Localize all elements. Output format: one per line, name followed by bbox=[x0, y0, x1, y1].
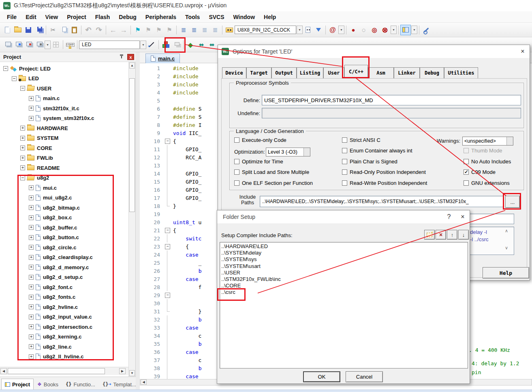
tree-item-u8g2-kerning-c[interactable]: +u8g2_kerning.c bbox=[0, 332, 128, 342]
thumb-mode-checkbox[interactable]: Thumb Mode bbox=[464, 148, 502, 154]
tree-hscroll-thumb[interactable] bbox=[8, 368, 105, 374]
cut-button[interactable]: ✂ bbox=[48, 25, 58, 35]
kill-breakpoints-button[interactable]: ⊗ bbox=[380, 25, 390, 35]
tree-expand-icon[interactable]: + bbox=[29, 235, 34, 240]
optimize-for-time-checkbox[interactable]: Optimize for Time bbox=[234, 158, 283, 165]
c99-mode-checkbox[interactable]: C99 Mode bbox=[464, 169, 496, 176]
tab-c-c[interactable]: C/C++ bbox=[344, 65, 368, 78]
scroll-left-button[interactable]: ◀ bbox=[0, 368, 7, 374]
gnu-extensions-checkbox[interactable]: GNU extensions bbox=[464, 180, 510, 186]
tree-expand-icon[interactable]: + bbox=[29, 116, 34, 121]
target-combo[interactable]: LED bbox=[79, 41, 140, 49]
optimization-select[interactable]: Level 3 (-O3) bbox=[266, 148, 310, 156]
tree-item-user[interactable]: −USER bbox=[0, 84, 128, 94]
tree-item-u8g2-cleardisplay-c[interactable]: +u8g2_cleardisplay.c bbox=[0, 253, 128, 263]
batch-build-dropdown[interactable] bbox=[45, 41, 51, 49]
tree-expand-icon[interactable]: + bbox=[29, 205, 34, 210]
enable-breakpoint-button[interactable]: ○ bbox=[359, 25, 369, 35]
checkbox-icon[interactable] bbox=[464, 180, 469, 186]
tree-item-mui-c[interactable]: +mui.c bbox=[0, 183, 128, 193]
nav-forward-button[interactable]: → bbox=[118, 25, 129, 35]
tree-expand-icon[interactable]: + bbox=[29, 245, 34, 250]
workspace-tab-functio[interactable]: {}Functio... bbox=[62, 379, 99, 390]
execute-only-code-checkbox[interactable]: Execute-only Code bbox=[234, 137, 286, 143]
tree-expand-icon[interactable]: − bbox=[12, 76, 17, 81]
tree-item-project-led[interactable]: −Project: LED bbox=[0, 64, 128, 74]
find-in-files-doc-button[interactable] bbox=[303, 25, 313, 35]
tree-item-u8g2-buffer-c[interactable]: +u8g2_buffer.c bbox=[0, 223, 128, 233]
cancel-button[interactable]: Cancel bbox=[346, 371, 383, 382]
checkbox-icon[interactable] bbox=[342, 159, 347, 164]
scroll-up-icon[interactable]: ∧ bbox=[505, 228, 508, 233]
fold-collapse-icon[interactable] bbox=[164, 226, 171, 234]
scroll-down-icon[interactable]: ∨ bbox=[505, 245, 508, 251]
warnings-select[interactable]: <unspecified> bbox=[462, 137, 513, 146]
undefine-input[interactable] bbox=[262, 108, 521, 118]
nav-back-button[interactable]: ← bbox=[108, 25, 118, 35]
bookmark-next-button[interactable]: ⚑ bbox=[154, 25, 164, 35]
tree-expand-icon[interactable]: + bbox=[29, 215, 34, 220]
checkbox-icon[interactable] bbox=[234, 169, 239, 175]
tree-expand-icon[interactable]: + bbox=[20, 156, 25, 161]
path-item-core[interactable]: ..\CORE bbox=[221, 283, 468, 289]
insert-breakpoint-button[interactable]: ● bbox=[348, 25, 359, 35]
tree-item-u8g2-input-value-c[interactable]: +u8g2_input_value.c bbox=[0, 312, 128, 322]
panel-splitter[interactable] bbox=[136, 52, 140, 390]
tree-item-core[interactable]: +CORE bbox=[0, 143, 128, 153]
tree-item-system[interactable]: +SYSTEM bbox=[0, 133, 128, 144]
fold-collapse-icon[interactable] bbox=[164, 291, 171, 299]
find-in-files-button[interactable] bbox=[224, 25, 235, 35]
tab-linker[interactable]: Linker bbox=[394, 67, 420, 78]
layout-dropdown[interactable] bbox=[411, 26, 417, 34]
tree-item-u8g2-d-setup-c[interactable]: +u8g2_d_setup.c bbox=[0, 272, 128, 283]
tree-expand-icon[interactable]: + bbox=[29, 225, 34, 230]
bookmark-toggle-button[interactable]: ⚑ bbox=[132, 25, 143, 35]
tree-expand-icon[interactable]: + bbox=[29, 275, 34, 280]
tree-item-u8g2-d-memory-c[interactable]: +u8g2_d_memory.c bbox=[0, 262, 128, 272]
tree-item-u8g2[interactable]: −u8g2 bbox=[0, 173, 128, 183]
pin-icon[interactable] bbox=[118, 54, 125, 60]
quick-find-button[interactable]: @ bbox=[327, 25, 338, 35]
tree-item-led[interactable]: −LED bbox=[0, 74, 128, 84]
tree-item-mui-u8g2-c[interactable]: +mui_u8g2.c bbox=[0, 193, 128, 203]
menu-flash[interactable]: Flash bbox=[91, 11, 115, 23]
tree-item-u8g2-fonts-c[interactable]: +u8g2_fonts.c bbox=[0, 292, 128, 302]
comment-button[interactable]: ≣ bbox=[199, 25, 210, 35]
target-dropdown-button[interactable] bbox=[140, 41, 146, 49]
tree-item-u8g2-hvline-c[interactable]: +u8g2_hvline.c bbox=[0, 302, 128, 312]
checkbox-icon[interactable] bbox=[234, 180, 239, 186]
checkbox-icon[interactable] bbox=[342, 180, 347, 186]
redo-button[interactable]: ↷ bbox=[94, 25, 104, 35]
tree-expand-icon[interactable]: + bbox=[29, 195, 34, 200]
tree-expand-icon[interactable]: + bbox=[29, 334, 34, 339]
scroll-down-button[interactable]: ▼ bbox=[129, 370, 135, 376]
menu-file[interactable]: File bbox=[2, 11, 21, 23]
tree-expand-icon[interactable]: + bbox=[29, 354, 34, 359]
open-file-button[interactable] bbox=[13, 25, 23, 35]
checkbox-icon[interactable] bbox=[234, 159, 239, 164]
tree-horizontal-scrollbar[interactable]: ◀ ▶ bbox=[0, 367, 128, 375]
tree-vertical-scrollbar[interactable]: ▲ ▼ bbox=[128, 62, 135, 377]
help-icon[interactable]: ? bbox=[442, 211, 456, 223]
tree-item-u8g2-bitmap-c[interactable]: +u8g2_bitmap.c bbox=[0, 203, 128, 213]
path-item-stm32f10x-fwlib-inc[interactable]: ..\STM32F10x_FWLib\inc bbox=[221, 276, 468, 283]
tree-item-u8g2-intersection-c[interactable]: +u8g2_intersection.c bbox=[0, 322, 128, 332]
save-button[interactable] bbox=[23, 25, 34, 35]
tree-expand-icon[interactable]: + bbox=[29, 304, 34, 309]
path-item-system-usart[interactable]: ..\SYSTEM\usart bbox=[221, 263, 468, 270]
project-panel-close-button[interactable]: x bbox=[127, 54, 134, 60]
chevron-down-icon[interactable] bbox=[506, 137, 513, 145]
search-dropdown-button[interactable] bbox=[297, 26, 303, 34]
checkbox-icon[interactable] bbox=[464, 148, 469, 153]
checkbox-icon[interactable] bbox=[464, 159, 469, 164]
tree-item-hardware[interactable]: +HARDWARE bbox=[0, 123, 128, 133]
tab-asm[interactable]: Asm bbox=[368, 67, 394, 78]
workspace-tab-books[interactable]: ❖Books bbox=[34, 379, 62, 390]
menu-window[interactable]: Window bbox=[229, 11, 260, 23]
close-icon[interactable]: × bbox=[516, 45, 530, 58]
tree-expand-icon[interactable]: + bbox=[29, 265, 34, 270]
help-button[interactable]: Help bbox=[483, 267, 529, 278]
disable-breakpoints-button[interactable]: ◎ bbox=[369, 25, 380, 35]
tree-item-u8g2-button-c[interactable]: +u8g2_button.c bbox=[0, 233, 128, 243]
scroll-right-button[interactable]: ▶ bbox=[119, 368, 126, 374]
